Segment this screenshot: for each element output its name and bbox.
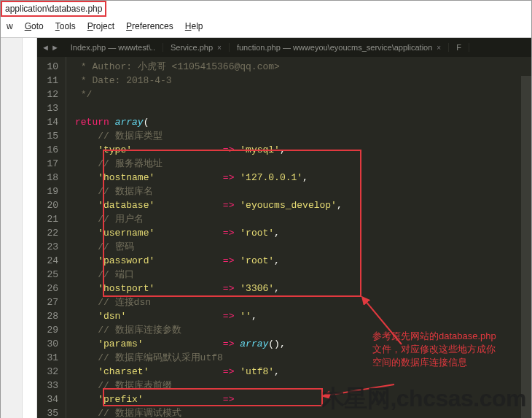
- code-line[interactable]: // 用户名: [75, 212, 531, 226]
- tab-label: Index.php — wwwtest\..: [71, 43, 155, 52]
- close-icon[interactable]: ×: [437, 44, 441, 52]
- editor-panel: ◄ ► Index.php — wwwtest\..Service.php×fu…: [37, 38, 531, 418]
- panel-divider[interactable]: [23, 38, 37, 418]
- code-line[interactable]: // 数据库名: [75, 185, 531, 198]
- tab-label: Service.php: [171, 43, 213, 52]
- menu-item-w[interactable]: w: [2, 20, 17, 33]
- code-line[interactable]: * Author: 小虎哥 <1105415366@qq.com>: [75, 60, 531, 74]
- tab-label: F: [456, 43, 461, 52]
- menu-item-tools[interactable]: Tools: [51, 20, 80, 33]
- code-line[interactable]: */: [75, 88, 531, 101]
- tab-1[interactable]: Service.php×: [163, 43, 230, 52]
- workspace: ◄ ► Index.php — wwwtest\..Service.php×fu…: [1, 37, 531, 418]
- tab-0[interactable]: Index.php — wwwtest\..: [63, 43, 163, 52]
- code-line[interactable]: 'type' => 'mysql',: [75, 143, 531, 157]
- watermark: 木星网,chcsas.com: [321, 383, 526, 415]
- menu-item-goto[interactable]: Goto: [20, 20, 48, 33]
- menu-item-preferences[interactable]: Preferences: [122, 20, 178, 33]
- tab-2[interactable]: function.php — wwweyou\eyoucms_service\a…: [230, 43, 449, 52]
- code-line[interactable]: 'hostport' => '3306',: [75, 282, 531, 295]
- window-title: application\database.php: [1, 1, 106, 17]
- code-line[interactable]: return array(: [75, 115, 531, 129]
- tab-label: function.php — wwweyou\eyoucms_service\a…: [237, 43, 432, 52]
- left-panel: [1, 38, 23, 418]
- code-line[interactable]: // 端口: [75, 268, 531, 282]
- code-line[interactable]: 'dsn' => '',: [75, 309, 531, 323]
- code-line[interactable]: // 连接dsn: [75, 295, 531, 309]
- code-line[interactable]: // 数据库类型: [75, 129, 531, 143]
- code-line[interactable]: // 服务器地址: [75, 157, 531, 171]
- annotation-text: 参考原先网站的database.php 文件，对应修改这些地方成你 空间的数据库…: [372, 330, 525, 369]
- code-line[interactable]: * Date: 2018-4-3: [75, 74, 531, 88]
- menu-item-help[interactable]: Help: [181, 20, 208, 33]
- code-line[interactable]: 'password' => 'root',: [75, 254, 531, 268]
- code-line[interactable]: 'hostname' => '127.0.0.1',: [75, 171, 531, 185]
- close-icon[interactable]: ×: [217, 44, 222, 52]
- menu-item-project[interactable]: Project: [83, 20, 119, 33]
- code-line[interactable]: 'username' => 'root',: [75, 226, 531, 240]
- line-gutter: 1011121314151617181920212223242526272829…: [37, 57, 66, 418]
- tab-left-icon[interactable]: ◄: [42, 43, 50, 52]
- tab-3[interactable]: F: [449, 43, 469, 52]
- code-line[interactable]: 'database' => 'eyoucms_develop',: [75, 198, 531, 212]
- menu-bar: wGotoToolsProjectPreferencesHelp: [1, 17, 531, 37]
- tab-nav-arrows[interactable]: ◄ ►: [37, 43, 63, 52]
- tab-right-icon[interactable]: ►: [51, 43, 59, 52]
- tab-strip: ◄ ► Index.php — wwwtest\..Service.php×fu…: [37, 38, 531, 57]
- code-line[interactable]: [75, 101, 531, 115]
- code-line[interactable]: // 密码: [75, 240, 531, 254]
